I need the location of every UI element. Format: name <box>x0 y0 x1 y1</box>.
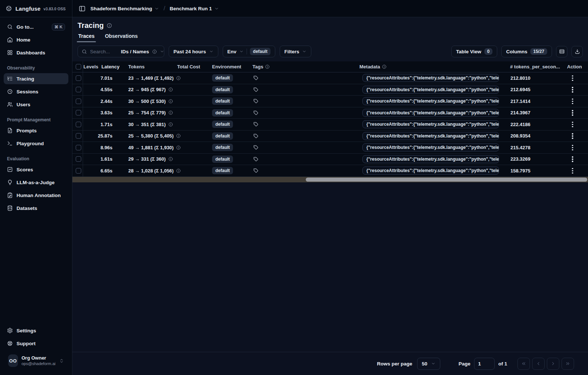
sidebar-item-goto[interactable]: Go to... ⌘ K <box>4 21 68 32</box>
tokens-per-second-cell: 214.3967 <box>510 107 564 119</box>
export-button[interactable] <box>571 46 583 57</box>
table-row[interactable]: 6.65s 28 → 1,028 (Σ 1,056) default {"res… <box>72 165 588 177</box>
kebab-menu-icon[interactable] <box>570 74 575 83</box>
metadata-pill[interactable]: {"resourceAttributes":{"telemetry.sdk.la… <box>362 132 499 140</box>
select-all-checkbox[interactable] <box>76 64 81 69</box>
col-header-levels[interactable]: Levels <box>83 64 101 69</box>
row-checkbox[interactable] <box>76 168 81 174</box>
table-row[interactable]: 4.55s 22 → 945 (Σ 967) default {"resourc… <box>72 84 588 96</box>
tags-cell[interactable] <box>252 96 357 107</box>
header-checkbox-cell <box>72 61 83 72</box>
sidebar-item-home[interactable]: Home <box>4 34 68 45</box>
metadata-pill[interactable]: {"resourceAttributes":{"telemetry.sdk.la… <box>362 167 499 175</box>
sidebar-item-scores[interactable]: Scores <box>4 164 68 175</box>
table-view-button[interactable]: Table View 0 <box>451 46 497 57</box>
latency-cell: 6.65s <box>101 165 125 176</box>
row-checkbox[interactable] <box>76 110 81 115</box>
sidebar-item-datasets[interactable]: Datasets <box>4 203 68 214</box>
metadata-pill[interactable]: {"resourceAttributes":{"telemetry.sdk.la… <box>362 120 499 128</box>
tags-cell[interactable] <box>252 131 357 142</box>
tags-cell[interactable] <box>252 165 357 176</box>
col-header-action[interactable]: Action <box>564 64 588 69</box>
row-checkbox[interactable] <box>76 75 81 81</box>
table-row[interactable]: 2.44s 30 → 500 (Σ 530) default {"resourc… <box>72 96 588 107</box>
metadata-pill[interactable]: {"resourceAttributes":{"telemetry.sdk.la… <box>362 143 499 151</box>
tab-traces[interactable]: Traces <box>78 33 95 42</box>
next-page-button[interactable] <box>547 358 559 370</box>
account-switcher[interactable]: OO Org Owner ops@shadeform.ai <box>4 351 68 372</box>
env-label: Env <box>227 49 237 54</box>
table-row[interactable]: 1.61s 29 → 331 (Σ 360) default {"resourc… <box>72 154 588 165</box>
tokens-per-second-cell: 215.4278 <box>510 142 564 153</box>
metadata-pill[interactable]: {"resourceAttributes":{"telemetry.sdk.la… <box>362 109 499 117</box>
col-header-tokens[interactable]: Tokens <box>125 64 173 69</box>
col-header-tags[interactable]: Tags <box>252 64 357 69</box>
row-checkbox[interactable] <box>76 99 81 104</box>
col-header-environment[interactable]: Environment <box>212 64 252 69</box>
tags-cell[interactable] <box>252 84 357 96</box>
sidebar-item-dashboards[interactable]: Dashboards <box>4 47 68 58</box>
time-range-dropdown[interactable]: Past 24 hours <box>169 46 218 57</box>
table-row[interactable]: 7.01s 23 → 1,469 (Σ 1,492) default {"res… <box>72 72 588 84</box>
col-header-tokens-per-second[interactable]: # tokens_per_secon... <box>510 64 564 69</box>
kebab-menu-icon[interactable] <box>570 97 575 106</box>
row-checkbox[interactable] <box>76 156 81 162</box>
tags-cell[interactable] <box>252 142 357 153</box>
table-row[interactable]: 1.71s 30 → 351 (Σ 381) default {"resourc… <box>72 119 588 131</box>
first-page-button[interactable] <box>517 358 530 370</box>
sidebar-item-support[interactable]: Support <box>4 338 68 349</box>
kebab-menu-icon[interactable] <box>570 132 575 140</box>
tags-cell[interactable] <box>252 154 357 165</box>
sidebar-item-human-annotation[interactable]: Human Annotation <box>4 190 68 201</box>
sidebar-item-playground[interactable]: Playground <box>4 138 68 149</box>
tags-cell[interactable] <box>252 107 357 119</box>
kebab-menu-icon[interactable] <box>570 143 575 152</box>
row-checkbox[interactable] <box>76 87 81 92</box>
search-control[interactable]: IDs / Names <box>78 46 164 57</box>
kebab-menu-icon[interactable] <box>570 167 575 175</box>
previous-page-button[interactable] <box>532 358 545 370</box>
env-dropdown[interactable]: Env default <box>223 46 275 57</box>
table-row[interactable]: 8.96s 49 → 1,881 (Σ 1,930) default {"res… <box>72 142 588 154</box>
sidebar-item-llm-judge[interactable]: LLM-as-a-Judge <box>4 177 68 188</box>
col-header-latency[interactable]: Latency <box>101 64 125 69</box>
row-height-button[interactable] <box>556 46 567 57</box>
last-page-button[interactable] <box>562 358 574 370</box>
kebab-menu-icon[interactable] <box>570 108 575 117</box>
search-input[interactable] <box>90 49 118 54</box>
sidebar-toggle-button[interactable] <box>77 4 87 13</box>
sidebar-item-users[interactable]: Users <box>4 99 68 110</box>
total-cost-cell <box>173 119 212 130</box>
page-number-input[interactable] <box>474 358 495 370</box>
tab-observations[interactable]: Observations <box>104 33 138 42</box>
col-header-metadata[interactable]: Metadata <box>357 64 510 69</box>
columns-button[interactable]: Columns 15/27 <box>501 46 552 57</box>
scrollbar-thumb[interactable] <box>306 178 587 182</box>
rows-per-page-select[interactable]: 50 <box>417 358 440 370</box>
filters-dropdown[interactable]: Filters <box>280 46 312 57</box>
kebab-menu-icon[interactable] <box>570 120 575 129</box>
kebab-menu-icon[interactable] <box>570 85 575 94</box>
row-checkbox[interactable] <box>76 145 81 150</box>
info-icon <box>168 87 173 92</box>
sidebar-item-sessions[interactable]: Sessions <box>4 86 68 97</box>
metadata-pill[interactable]: {"resourceAttributes":{"telemetry.sdk.la… <box>362 155 499 163</box>
row-checkbox[interactable] <box>76 133 81 139</box>
sidebar-item-prompts[interactable]: Prompts <box>4 125 68 136</box>
metadata-pill[interactable]: {"resourceAttributes":{"telemetry.sdk.la… <box>362 97 499 105</box>
table-row[interactable]: 25.87s 25 → 5,380 (Σ 5,405) default {"re… <box>72 131 588 142</box>
table-row[interactable]: 3.63s 25 → 754 (Σ 779) default {"resourc… <box>72 107 588 119</box>
breadcrumb-project[interactable]: Shadeform Benchmarking <box>90 6 159 11</box>
col-header-total-cost[interactable]: Total Cost <box>173 64 212 69</box>
metadata-pill[interactable]: {"resourceAttributes":{"telemetry.sdk.la… <box>362 86 499 94</box>
sidebar-item-settings[interactable]: Settings <box>4 325 68 336</box>
latency-cell: 4.55s <box>101 84 125 96</box>
breadcrumb-run[interactable]: Benchmark Run 1 <box>170 6 219 11</box>
sidebar-item-tracing[interactable]: Tracing <box>4 73 68 84</box>
metadata-pill[interactable]: {"resourceAttributes":{"telemetry.sdk.la… <box>362 74 499 82</box>
tags-cell[interactable] <box>252 72 357 84</box>
row-checkbox[interactable] <box>76 122 81 127</box>
kebab-menu-icon[interactable] <box>570 155 575 164</box>
tags-cell[interactable] <box>252 119 357 130</box>
horizontal-scrollbar[interactable] <box>72 177 588 182</box>
